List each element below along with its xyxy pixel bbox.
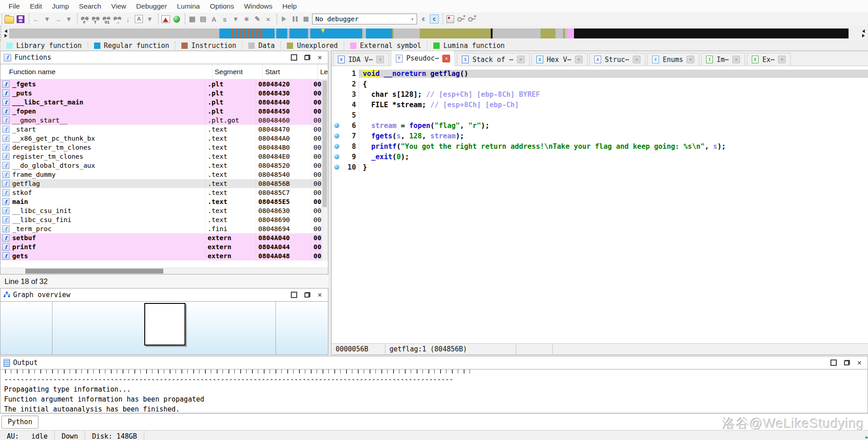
close-icon[interactable]: ✕ (857, 359, 862, 366)
tab-hex-view[interactable]: OHex V⋯× (531, 53, 588, 66)
undefine-icon[interactable]: × (264, 14, 273, 24)
tab-close-icon[interactable]: × (442, 55, 450, 62)
float-icon[interactable] (304, 55, 310, 60)
function-row[interactable]: f_fopen.plt08048450000 (0, 107, 328, 116)
graph-node-viewport[interactable] (144, 303, 185, 345)
breakpoint-gutter[interactable] (332, 154, 342, 159)
float-icon[interactable] (304, 292, 310, 298)
close-icon[interactable]: ✕ (318, 54, 322, 61)
analysis-indicator-icon[interactable] (172, 14, 181, 24)
float-icon[interactable] (844, 360, 850, 365)
back-history-dropdown-icon[interactable]: ▾ (43, 14, 52, 24)
function-row[interactable]: fstkof.text080485C7000 (0, 188, 328, 197)
functions-vertical-scrollbar[interactable] (322, 80, 328, 260)
make-array-icon[interactable]: ∗ (242, 14, 251, 24)
pause-process-icon[interactable] (290, 14, 299, 24)
tab-exports[interactable]: EEx⋯× (747, 53, 791, 66)
function-row[interactable]: fprintfextern0804A044000 (0, 242, 328, 251)
tab-pseudocode[interactable]: PPseudoc⋯× (391, 51, 455, 66)
tab-imports[interactable]: IIm⋯× (701, 53, 745, 66)
debugger-select[interactable]: No debugger▾ (312, 14, 417, 24)
function-row[interactable]: fgetsextern0804A048000 (0, 251, 328, 260)
function-row[interactable]: f_start.text08048470000 (0, 125, 328, 134)
maximize-icon[interactable] (291, 54, 297, 61)
jump-address-icon[interactable]: ↓ (123, 14, 133, 24)
tab-close-icon[interactable]: × (732, 56, 740, 63)
output-log[interactable]: ----------------------------------------… (0, 369, 868, 413)
menu-item-jump[interactable]: Jump (47, 2, 74, 10)
edit-comment-icon[interactable]: ✎ (253, 14, 262, 24)
start-process-icon[interactable] (280, 14, 289, 24)
breakpoint-gutter[interactable] (332, 144, 342, 149)
make-code-icon[interactable]: ▦ (188, 14, 197, 24)
function-row[interactable]: f_term_proc.fini08048694000 (0, 224, 328, 233)
analysis-options-icon[interactable] (161, 14, 170, 24)
function-row[interactable]: f__x86_get_pc_thunk_bx.text080484A0000 (0, 134, 328, 143)
menu-item-options[interactable]: Options (205, 2, 239, 10)
menu-item-windows[interactable]: Windows (239, 2, 277, 10)
tab-close-icon[interactable]: × (633, 56, 640, 63)
tab-stack[interactable]: SStack of ⋯× (457, 53, 529, 66)
search-text-icon[interactable] (91, 14, 100, 24)
stop-process-icon[interactable] (301, 14, 310, 24)
vertical-scrollbar-thumb[interactable] (323, 80, 327, 207)
column-header-function-name[interactable]: Function name (0, 64, 213, 79)
menu-item-view[interactable]: View (106, 2, 131, 10)
functions-horizontal-scrollbar[interactable] (0, 268, 328, 274)
navigate-forward-icon[interactable]: → (53, 14, 62, 24)
tab-close-icon[interactable]: × (575, 56, 583, 63)
make-name-icon[interactable]: A (209, 14, 218, 24)
function-row[interactable]: fderegister_tm_clones.text080484B0000 (0, 143, 328, 152)
script-edit-icon[interactable]: c✎ (419, 14, 428, 24)
function-row[interactable]: f_fgets.plt08048420000 (0, 80, 328, 89)
function-row[interactable]: fregister_tm_clones.text080484E0000 (0, 152, 328, 161)
maximize-icon[interactable] (291, 292, 297, 298)
save-file-icon[interactable] (16, 14, 25, 24)
column-header-start[interactable]: Start (263, 64, 318, 79)
delete-breakpoint-icon[interactable]: × (467, 14, 476, 24)
function-row[interactable]: fsetbufextern0804A040000 (0, 233, 328, 242)
navigate-back-icon[interactable]: ← (32, 14, 41, 24)
tab-close-icon[interactable]: × (376, 56, 384, 63)
tab-close-icon[interactable]: × (517, 56, 525, 63)
open-file-icon[interactable] (5, 14, 14, 24)
maximize-icon[interactable] (830, 360, 837, 366)
function-row[interactable]: f__gmon_start__.plt.got08048460000 (0, 116, 328, 125)
add-breakpoint-icon[interactable]: + (456, 14, 465, 24)
make-data-icon[interactable]: ▤ (199, 14, 208, 24)
navband-scroll-right[interactable] (860, 29, 867, 38)
pseudocode-view[interactable]: 1void __noreturn getflag()2{3 char s[128… (332, 66, 868, 343)
search-binary-icon[interactable] (102, 14, 111, 24)
navband-scroll-left[interactable] (3, 29, 9, 38)
make-string-icon[interactable]: s (220, 14, 229, 24)
menu-item-file[interactable]: File (4, 2, 25, 10)
script-run-icon[interactable]: c▶ (430, 14, 439, 24)
horizontal-scrollbar-thumb[interactable] (25, 269, 163, 274)
close-icon[interactable]: ✕ (318, 291, 322, 298)
forward-history-dropdown-icon[interactable]: ▾ (64, 14, 73, 24)
tab-structures[interactable]: AStruc⋯× (589, 53, 645, 66)
breakpoint-gutter[interactable] (332, 133, 342, 138)
tab-close-icon[interactable]: × (687, 56, 694, 63)
menu-item-edit[interactable]: Edit (25, 2, 47, 10)
function-row[interactable]: f_puts.plt08048430000 (0, 89, 328, 98)
column-header-segment[interactable]: Segment (213, 64, 263, 79)
function-row[interactable]: fgetflag.text0804856B000 (0, 179, 328, 188)
search-immediate-icon[interactable] (80, 14, 89, 24)
breakpoint-gutter[interactable] (332, 165, 342, 170)
ascii-string-style-icon[interactable]: A (134, 14, 143, 24)
function-row[interactable]: f__do_global_dtors_aux.text08048520000 (0, 161, 328, 170)
function-row[interactable]: fframe_dummy.text08048540000 (0, 170, 328, 179)
function-row[interactable]: f__libc_csu_fini.text08048690000 (0, 215, 328, 224)
menu-item-lumina[interactable]: Lumina (172, 2, 205, 10)
string-dropdown-icon[interactable]: ▾ (231, 14, 240, 24)
debugger-windows-icon[interactable] (446, 14, 455, 24)
breakpoint-gutter[interactable] (332, 123, 342, 128)
function-row[interactable]: fmain.text080485E5000 (0, 197, 328, 206)
tab-ida-view[interactable]: VIDA V⋯× (333, 53, 389, 66)
function-row[interactable]: f___libc_start_main.plt08048440000 (0, 98, 328, 107)
python-interpreter-button[interactable]: Python (1, 416, 38, 429)
navigation-band[interactable] (9, 28, 860, 38)
menu-item-search[interactable]: Search (74, 2, 106, 10)
menu-item-debugger[interactable]: Debugger (131, 2, 172, 10)
